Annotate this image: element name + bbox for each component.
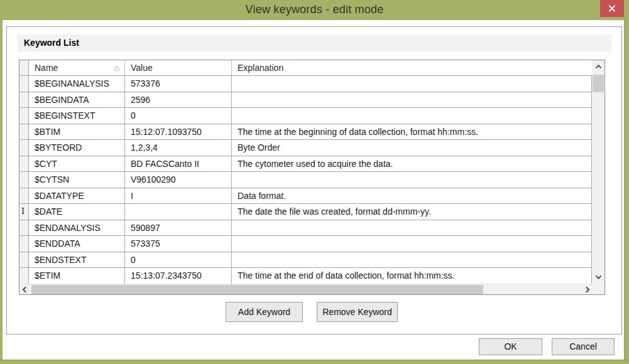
header-name-column[interactable]: Name △ — [29, 60, 125, 75]
row-selector-cell[interactable] — [19, 188, 29, 204]
keyword-name-cell[interactable]: $BYTEORD — [29, 140, 125, 156]
vertical-scrollbar-thumb[interactable] — [593, 75, 604, 92]
keyword-value-cell[interactable]: 15:13:07.2343750 — [125, 268, 232, 284]
table-row[interactable]: $BTIM 15:12:07.1093750 The time at the b… — [19, 124, 592, 141]
keyword-value-cell[interactable]: 573375 — [125, 236, 232, 252]
close-icon — [608, 5, 615, 12]
scrollbar-corner — [592, 284, 604, 294]
chevron-up-icon — [595, 65, 601, 71]
chevron-left-icon — [22, 287, 28, 293]
keyword-value-cell[interactable]: 590897 — [125, 220, 232, 236]
chevron-right-icon — [583, 287, 589, 293]
keyword-name-cell[interactable]: $CYT — [29, 156, 125, 172]
keyword-value-cell[interactable]: 0 — [125, 252, 232, 268]
close-button[interactable] — [600, 0, 624, 17]
table-row[interactable]: $ENDSTEXT 0 — [19, 252, 592, 269]
scroll-up-button[interactable] — [592, 60, 604, 73]
keyword-explanation-cell[interactable]: The time at the end of data collection, … — [232, 268, 592, 284]
row-selector-cell[interactable] — [19, 172, 29, 188]
vertical-scrollbar[interactable] — [592, 60, 604, 284]
keyword-value-cell[interactable]: 0 — [125, 108, 232, 124]
keyword-name-cell[interactable]: $BTIM — [29, 124, 125, 140]
table-row[interactable]: $CYT BD FACSCanto II The cytometer used … — [19, 156, 592, 173]
header-value-column[interactable]: Value — [125, 60, 232, 75]
keyword-explanation-cell[interactable]: The cytometer used to acquire the data. — [232, 156, 592, 172]
keyword-value-cell[interactable]: 573376 — [125, 76, 232, 92]
keyword-name-cell[interactable]: $BEGINSTEXT — [29, 108, 125, 124]
window-frame-left — [0, 20, 3, 364]
keyword-name-cell[interactable]: $CYTSN — [29, 172, 125, 188]
keyword-name-cell[interactable]: $ENDSTEXT — [29, 252, 125, 268]
header-explanation-label: Explanation — [238, 63, 283, 73]
row-selector-cell[interactable] — [19, 252, 29, 268]
keyword-value-cell[interactable]: I — [125, 188, 232, 204]
keyword-explanation-cell[interactable]: The time at the beginning of data collec… — [232, 124, 592, 140]
header-selector-column — [19, 60, 29, 75]
row-selector-cell[interactable] — [19, 108, 29, 124]
header-explanation-column[interactable]: Explanation — [232, 60, 592, 75]
chevron-down-icon — [595, 273, 601, 279]
keyword-explanation-cell[interactable]: Data format. — [232, 188, 592, 204]
row-selector-cell[interactable] — [19, 140, 29, 156]
keyword-name-cell[interactable]: $BEGINDATA — [29, 92, 125, 108]
keyword-value-cell[interactable]: V96100290 — [125, 172, 232, 188]
keyword-explanation-cell[interactable] — [232, 108, 592, 124]
row-selector-cell[interactable] — [19, 156, 29, 172]
horizontal-scrollbar[interactable] — [19, 284, 592, 294]
keyword-explanation-cell[interactable] — [232, 220, 592, 236]
keyword-name-cell[interactable]: $DATATYPE — [29, 188, 125, 204]
keyword-explanation-cell[interactable] — [232, 172, 592, 188]
keyword-explanation-cell[interactable] — [232, 76, 592, 92]
keyword-name-cell[interactable]: $BEGINANALYSIS — [29, 76, 125, 92]
table-body: $BEGINANALYSIS 573376 $BEGINDATA 2596 $B… — [19, 76, 592, 284]
keyword-value-cell[interactable]: 2596 — [125, 92, 232, 108]
ok-button[interactable]: OK — [479, 338, 542, 355]
titlebar[interactable]: View keywords - edit mode — [0, 0, 629, 20]
keyword-name-cell[interactable]: $DATE — [29, 204, 125, 220]
keyword-explanation-cell[interactable] — [232, 92, 592, 108]
keyword-value-cell[interactable]: 1,2,3,4 — [125, 140, 232, 156]
table-row[interactable]: $BEGINSTEXT 0 — [19, 108, 592, 124]
keyword-explanation-cell[interactable] — [232, 236, 592, 252]
table-row[interactable]: $BYTEORD 1,2,3,4 Byte Order — [19, 140, 592, 156]
cancel-button[interactable]: Cancel — [552, 338, 615, 355]
table-row[interactable]: $CYTSN V96100290 — [19, 172, 592, 188]
table-row[interactable]: $DATATYPE I Data format. — [19, 188, 592, 205]
table-row[interactable]: $BEGINANALYSIS 573376 — [19, 76, 592, 92]
keyword-value-cell[interactable]: 15:12:07.1093750 — [125, 124, 232, 140]
dialog-window: View keywords - edit mode Keyword List N… — [0, 0, 629, 364]
horizontal-scrollbar-thumb[interactable] — [31, 285, 483, 294]
row-selector-cell[interactable] — [19, 268, 29, 284]
scroll-left-button[interactable] — [19, 284, 31, 295]
row-selector-cell[interactable] — [19, 124, 29, 140]
keyword-value-cell[interactable]: BD FACSCanto II — [125, 156, 232, 172]
row-selector-cell[interactable] — [19, 220, 29, 236]
keyword-explanation-cell[interactable]: The date the file was created, format dd… — [232, 204, 592, 220]
keyword-table[interactable]: Name △ Value Explanation $BEGINANALYSIS … — [19, 60, 605, 295]
table-row[interactable]: $ENDDATA 573375 — [19, 236, 592, 252]
keyword-name-cell[interactable]: $ETIM — [29, 268, 125, 284]
scroll-right-button[interactable] — [581, 284, 592, 295]
window-title: View keywords - edit mode — [0, 3, 629, 16]
table-row[interactable]: $ETIM 15:13:07.2343750 The time at the e… — [19, 268, 592, 284]
keyword-value-cell[interactable] — [125, 204, 232, 220]
keyword-name-cell[interactable]: $ENDDATA — [29, 236, 125, 252]
row-selector-cell[interactable] — [19, 92, 29, 108]
scroll-down-button[interactable] — [592, 270, 604, 284]
group-header-bar: Keyword List — [18, 35, 611, 51]
table-row[interactable]: $DATE The date the file was created, for… — [19, 204, 592, 220]
keyword-list-panel: Keyword List Name △ Value Explanation $B… — [6, 26, 622, 335]
keyword-name-cell[interactable]: $ENDANALYSIS — [29, 220, 125, 236]
row-selector-cell[interactable] — [19, 76, 29, 92]
table-row[interactable]: $BEGINDATA 2596 — [19, 92, 592, 109]
sort-ascending-icon: △ — [114, 60, 119, 75]
row-selector-cell[interactable] — [19, 236, 29, 252]
window-frame-bottom — [0, 360, 629, 364]
table-row[interactable]: $ENDANALYSIS 590897 — [19, 220, 592, 237]
remove-keyword-button[interactable]: Remove Keyword — [317, 302, 398, 322]
group-title: Keyword List — [18, 35, 611, 51]
ibeam-cursor-icon: I — [21, 206, 25, 216]
keyword-explanation-cell[interactable] — [232, 252, 592, 268]
add-keyword-button[interactable]: Add Keyword — [226, 302, 303, 322]
keyword-explanation-cell[interactable]: Byte Order — [232, 140, 592, 156]
